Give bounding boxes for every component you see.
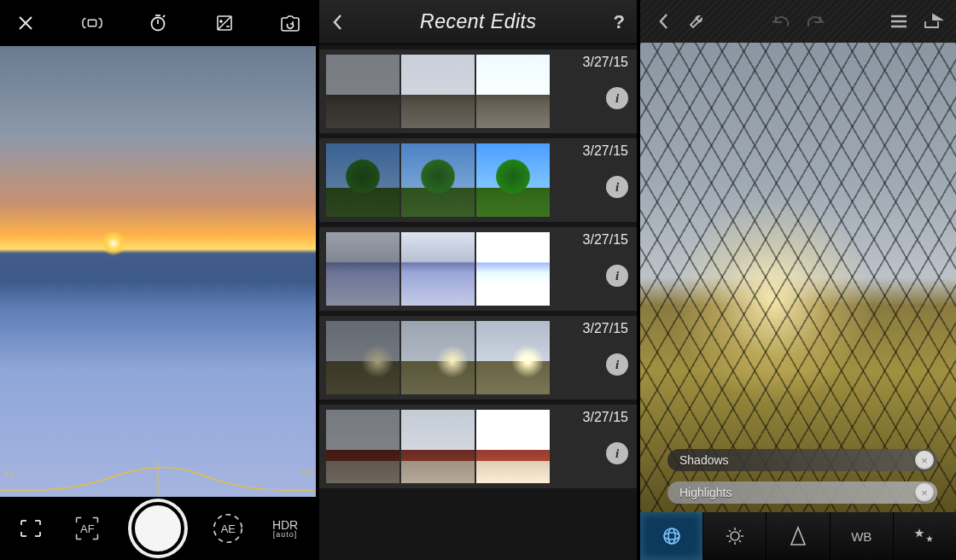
svg-point-7 <box>668 528 675 544</box>
edit-date: 3/27/15 <box>583 321 628 336</box>
close-icon[interactable] <box>14 11 38 35</box>
back-icon[interactable] <box>331 13 343 32</box>
autoexposure-button[interactable]: AE <box>209 510 247 547</box>
effects-tab[interactable] <box>894 512 956 560</box>
hdr-label: HDR <box>272 519 298 531</box>
camera-bottom-toolbar: AF AE HDR [auto] <box>0 497 316 560</box>
edits-list[interactable]: 3/27/15i3/27/15i3/27/15i3/27/15i3/27/15i <box>319 44 637 560</box>
sun-glare <box>101 230 126 256</box>
histogram-overlay: -4.5 +1.7 <box>0 454 316 497</box>
info-icon[interactable]: i <box>606 265 628 287</box>
editor-panel: Shadows × Highlights × WB <box>640 0 956 560</box>
edit-row[interactable]: 3/27/15i <box>319 138 637 222</box>
highlights-slider[interactable]: Highlights × <box>667 481 937 504</box>
undo-icon[interactable] <box>770 10 792 32</box>
thumbnail[interactable] <box>326 410 399 483</box>
slider-knob[interactable]: × <box>915 483 934 502</box>
menu-icon[interactable] <box>888 10 910 32</box>
thumbnail-strip <box>326 410 550 483</box>
shadows-slider[interactable]: Shadows × <box>667 449 937 471</box>
row-meta: 3/27/15i <box>583 410 630 464</box>
thumbnail-strip <box>326 55 550 128</box>
bracket-capture-icon[interactable] <box>80 11 104 35</box>
editor-canvas[interactable]: Shadows × Highlights × <box>640 43 956 512</box>
shadows-label: Shadows <box>679 453 729 467</box>
edit-date: 3/27/15 <box>583 232 628 248</box>
recent-edits-panel: Recent Edits ? 3/27/15i3/27/15i3/27/15i3… <box>319 0 637 560</box>
edit-row[interactable]: 3/27/15i <box>319 405 637 488</box>
thumbnail[interactable] <box>476 55 550 128</box>
back-icon[interactable] <box>652 10 674 32</box>
thumbnail-strip <box>326 321 550 394</box>
wb-label: WB <box>851 529 871 544</box>
thumbnail[interactable] <box>326 321 399 394</box>
tools-icon[interactable] <box>686 10 708 32</box>
recent-edits-header: Recent Edits ? <box>319 0 637 44</box>
thumbnail[interactable] <box>476 143 550 217</box>
adjustment-sliders: Shadows × Highlights × <box>667 449 937 504</box>
shutter-button[interactable] <box>131 502 184 555</box>
svg-point-6 <box>664 533 679 540</box>
timer-icon[interactable] <box>146 11 170 35</box>
svg-point-8 <box>731 532 739 540</box>
info-icon[interactable]: i <box>606 353 628 376</box>
thumbnail[interactable] <box>476 410 550 483</box>
row-meta: 3/27/15i <box>583 143 630 198</box>
white-balance-tab[interactable]: WB <box>831 512 894 560</box>
exposure-tab[interactable] <box>703 512 767 560</box>
thumbnail[interactable] <box>476 232 550 306</box>
edit-row[interactable]: 3/27/15i <box>319 227 637 311</box>
thumbnail-strip <box>326 232 550 306</box>
thumbnail[interactable] <box>326 55 399 128</box>
editor-top-toolbar <box>640 0 956 43</box>
sharpen-tab[interactable] <box>767 512 830 560</box>
crop-frame-icon[interactable] <box>18 517 44 540</box>
camera-viewfinder[interactable]: -4.5 +1.7 <box>0 46 316 497</box>
info-icon[interactable]: i <box>606 87 628 109</box>
fence-overlay <box>640 43 956 512</box>
page-title: Recent Edits <box>343 10 614 33</box>
thumbnail[interactable] <box>401 321 475 394</box>
thumbnail[interactable] <box>401 410 475 483</box>
thumbnail[interactable] <box>326 232 399 306</box>
af-label: AF <box>80 522 95 535</box>
slider-knob[interactable]: × <box>915 451 934 470</box>
ae-label: AE <box>221 522 236 535</box>
edit-date: 3/27/15 <box>583 410 628 425</box>
row-meta: 3/27/15i <box>583 55 630 109</box>
highlights-label: Highlights <box>679 486 732 499</box>
editor-bottom-tabs: WB <box>640 512 956 560</box>
camera-top-toolbar <box>0 0 316 46</box>
share-icon[interactable] <box>922 10 944 32</box>
edit-date: 3/27/15 <box>583 143 628 159</box>
redo-icon[interactable] <box>804 10 826 32</box>
thumbnail[interactable] <box>401 143 475 217</box>
svg-point-5 <box>664 528 679 544</box>
thumbnail[interactable] <box>401 232 475 306</box>
hdr-mode-value: [auto] <box>272 531 298 539</box>
hdr-mode-button[interactable]: HDR [auto] <box>272 519 298 539</box>
thumbnail-strip <box>326 143 550 217</box>
row-meta: 3/27/15i <box>583 232 630 287</box>
switch-camera-icon[interactable] <box>278 11 302 35</box>
edit-date: 3/27/15 <box>583 55 628 70</box>
autofocus-button[interactable]: AF <box>68 510 106 547</box>
thumbnail[interactable] <box>326 143 399 217</box>
exposure-adjust-icon[interactable] <box>213 11 236 35</box>
svg-rect-0 <box>88 20 96 26</box>
edit-row[interactable]: 3/27/15i <box>319 50 637 133</box>
info-icon[interactable]: i <box>606 442 628 464</box>
edit-row[interactable]: 3/27/15i <box>319 316 637 400</box>
camera-panel: -4.5 +1.7 AF AE HDR <box>0 0 316 560</box>
info-icon[interactable]: i <box>606 176 628 198</box>
tone-tab[interactable] <box>640 512 703 560</box>
thumbnail[interactable] <box>401 55 475 128</box>
row-meta: 3/27/15i <box>583 321 630 376</box>
help-icon[interactable]: ? <box>614 11 625 33</box>
thumbnail[interactable] <box>476 321 550 394</box>
